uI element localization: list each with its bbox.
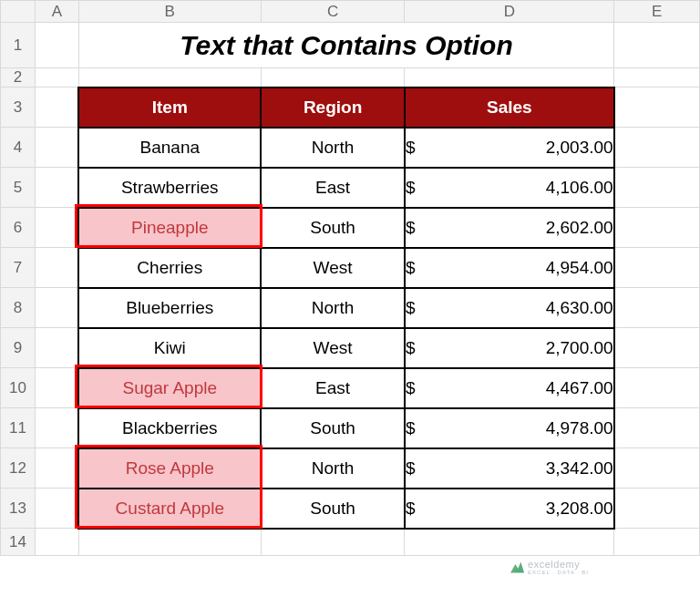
sales-value: 4,467.00 <box>546 378 613 398</box>
cell-sales[interactable]: $3,342.00 <box>405 448 614 489</box>
cell-item[interactable]: Blueberries <box>78 288 261 328</box>
sales-value: 4,106.00 <box>546 178 613 198</box>
cell-E4[interactable] <box>614 128 700 168</box>
cell-E11[interactable] <box>614 408 700 448</box>
cell-A7[interactable] <box>35 248 78 288</box>
cell-B14[interactable] <box>78 529 261 556</box>
cell-region[interactable]: South <box>261 489 405 529</box>
col-header-E[interactable]: E <box>614 1 700 23</box>
cell-sales[interactable]: $3,208.00 <box>405 489 614 529</box>
col-header-D[interactable]: D <box>405 1 614 23</box>
cell-region[interactable]: West <box>261 328 405 368</box>
row-header-3[interactable]: 3 <box>1 87 36 128</box>
cell-E2[interactable] <box>614 68 700 87</box>
cell-item[interactable]: Banana <box>78 128 261 168</box>
select-all-corner[interactable] <box>1 1 36 23</box>
cell-A13[interactable] <box>35 489 78 529</box>
cell-item[interactable]: Sugar Apple <box>78 368 261 408</box>
cell-A5[interactable] <box>35 168 78 208</box>
sales-value: 3,208.00 <box>546 499 613 519</box>
cell-B2[interactable] <box>78 68 261 87</box>
cell-region[interactable]: West <box>261 248 405 288</box>
cell-item[interactable]: Cherries <box>78 248 261 288</box>
cell-E5[interactable] <box>614 168 700 208</box>
row-header-5[interactable]: 5 <box>1 168 36 208</box>
cell-E7[interactable] <box>614 248 700 288</box>
cell-C14[interactable] <box>261 529 405 556</box>
row-header-10[interactable]: 10 <box>1 368 36 408</box>
cell-E6[interactable] <box>614 208 700 248</box>
cell-A3[interactable] <box>35 87 78 128</box>
row-header-13[interactable]: 13 <box>1 489 36 529</box>
row-header-14[interactable]: 14 <box>1 529 36 556</box>
table-row: 10Sugar AppleEast$4,467.00 <box>1 368 700 408</box>
cell-region[interactable]: East <box>261 168 405 208</box>
row-header-4[interactable]: 4 <box>1 128 36 168</box>
cell-E14[interactable] <box>614 529 700 556</box>
row-header-11[interactable]: 11 <box>1 408 36 448</box>
cell-item[interactable]: Blackberries <box>78 408 261 448</box>
cell-A4[interactable] <box>35 128 78 168</box>
cell-region[interactable]: South <box>261 208 405 248</box>
cell-E10[interactable] <box>614 368 700 408</box>
cell-E8[interactable] <box>614 288 700 328</box>
cell-region[interactable]: North <box>261 448 405 489</box>
header-item[interactable]: Item <box>78 87 261 128</box>
header-sales[interactable]: Sales <box>405 87 614 128</box>
cell-sales[interactable]: $2,003.00 <box>405 128 614 168</box>
cell-A1[interactable] <box>35 23 78 68</box>
cell-A9[interactable] <box>35 328 78 368</box>
table-row: 9KiwiWest$2,700.00 <box>1 328 700 368</box>
cell-item[interactable]: Custard Apple <box>78 489 261 529</box>
cell-A14[interactable] <box>35 529 78 556</box>
cell-D14[interactable] <box>405 529 614 556</box>
row-header-12[interactable]: 12 <box>1 448 36 489</box>
cell-E1[interactable] <box>614 23 700 68</box>
row-header-6[interactable]: 6 <box>1 208 36 248</box>
sales-value: 2,602.00 <box>546 218 613 238</box>
header-region[interactable]: Region <box>261 87 405 128</box>
table-row: 4BananaNorth$2,003.00 <box>1 128 700 168</box>
col-header-C[interactable]: C <box>261 1 405 23</box>
cell-region[interactable]: North <box>261 288 405 328</box>
cell-E12[interactable] <box>614 448 700 489</box>
cell-A2[interactable] <box>35 68 78 87</box>
row-header-2[interactable]: 2 <box>1 68 36 87</box>
cell-sales[interactable]: $4,106.00 <box>405 168 614 208</box>
cell-item[interactable]: Kiwi <box>78 328 261 368</box>
row-header-1[interactable]: 1 <box>1 23 36 68</box>
row-header-9[interactable]: 9 <box>1 328 36 368</box>
cell-region[interactable]: North <box>261 128 405 168</box>
cell-A11[interactable] <box>35 408 78 448</box>
cell-region[interactable]: East <box>261 368 405 408</box>
title-cell[interactable]: Text that Contains Option <box>78 23 613 68</box>
col-header-A[interactable]: A <box>35 1 78 23</box>
cell-item[interactable]: Rose Apple <box>78 448 261 489</box>
cell-A6[interactable] <box>35 208 78 248</box>
cell-C2[interactable] <box>261 68 405 87</box>
currency-symbol: $ <box>406 298 416 318</box>
cell-region[interactable]: South <box>261 408 405 448</box>
col-header-B[interactable]: B <box>78 1 261 23</box>
currency-symbol: $ <box>406 499 416 519</box>
cell-sales[interactable]: $4,978.00 <box>405 408 614 448</box>
cell-sales[interactable]: $2,602.00 <box>405 208 614 248</box>
cell-sales[interactable]: $4,630.00 <box>405 288 614 328</box>
cell-sales[interactable]: $2,700.00 <box>405 328 614 368</box>
row-header-8[interactable]: 8 <box>1 288 36 328</box>
cell-item[interactable]: Pineapple <box>78 208 261 248</box>
cell-E9[interactable] <box>614 328 700 368</box>
cell-A12[interactable] <box>35 448 78 489</box>
cell-sales[interactable]: $4,467.00 <box>405 368 614 408</box>
cell-item[interactable]: Strawberries <box>78 168 261 208</box>
cell-sales[interactable]: $4,954.00 <box>405 248 614 288</box>
cell-E3[interactable] <box>614 87 700 128</box>
sales-value: 4,954.00 <box>546 258 613 278</box>
currency-symbol: $ <box>406 258 416 278</box>
watermark-brand: exceldemy <box>528 560 589 570</box>
cell-A8[interactable] <box>35 288 78 328</box>
cell-A10[interactable] <box>35 368 78 408</box>
cell-D2[interactable] <box>405 68 614 87</box>
row-header-7[interactable]: 7 <box>1 248 36 288</box>
cell-E13[interactable] <box>614 489 700 529</box>
